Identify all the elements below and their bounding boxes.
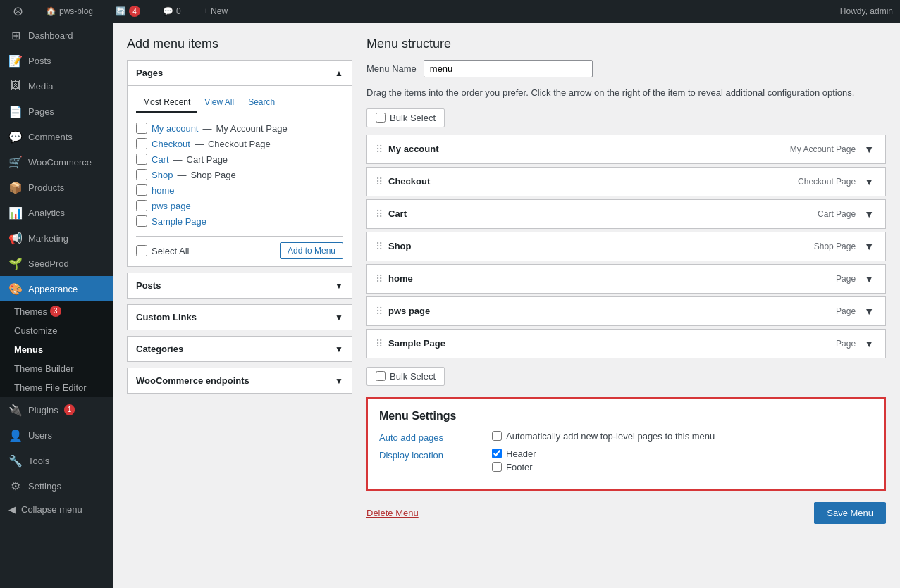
page-name-shop[interactable]: Shop xyxy=(152,170,173,180)
tab-most-recent[interactable]: Most Recent xyxy=(136,93,197,113)
add-to-menu-button[interactable]: Add to Menu xyxy=(280,242,343,259)
sidebar-item-analytics[interactable]: 📊 Analytics xyxy=(0,200,113,225)
page-name-pws[interactable]: pws page xyxy=(152,201,191,211)
custom-links-header[interactable]: Custom Links ▼ xyxy=(128,305,352,330)
page-name-checkout[interactable]: Checkout xyxy=(152,139,190,149)
comments-item[interactable]: 💬 0 xyxy=(157,0,187,23)
page-checkbox-checkout[interactable] xyxy=(136,138,147,149)
select-all-label[interactable]: Select All xyxy=(136,245,189,256)
header-location-checkbox[interactable] xyxy=(492,449,502,458)
drag-handle-icon[interactable]: ⠿ xyxy=(376,144,383,155)
themes-label: Themes xyxy=(14,306,47,317)
drag-handle-icon[interactable]: ⠿ xyxy=(376,338,383,349)
sidebar-item-tools[interactable]: 🔧 Tools xyxy=(0,448,113,473)
categories-header[interactable]: Categories ▼ xyxy=(128,337,352,361)
custom-links-chevron-icon: ▼ xyxy=(335,313,343,323)
page-name-home[interactable]: home xyxy=(152,185,175,196)
sidebar-item-plugins[interactable]: 🔌 Plugins 1 xyxy=(0,397,113,423)
page-checkbox-shop[interactable] xyxy=(136,169,147,180)
drag-handle-icon[interactable]: ⠿ xyxy=(376,273,383,284)
menu-items-list: ⠿ My account My Account Page ▼ ⠿ Checkou… xyxy=(366,135,886,358)
menu-item-type-sample: Page xyxy=(836,339,856,349)
page-name-sample[interactable]: Sample Page xyxy=(152,216,206,227)
drag-handle-icon[interactable]: ⠿ xyxy=(376,306,383,317)
menu-item-name-checkout: Checkout xyxy=(388,176,430,187)
sidebar-item-pages[interactable]: 📄 Pages xyxy=(0,99,113,124)
tab-view-all[interactable]: View All xyxy=(197,93,241,113)
updates-item[interactable]: 🔄 4 xyxy=(110,0,146,23)
auto-add-checkbox[interactable] xyxy=(492,431,502,441)
posts-accordion-header[interactable]: Posts ▼ xyxy=(128,273,352,298)
wp-logo-item[interactable]: ⊛ xyxy=(7,0,29,23)
menu-item-type-myaccount: My Account Page xyxy=(790,144,856,154)
bulk-select-bottom-checkbox[interactable] xyxy=(376,371,386,381)
categories-accordion: Categories ▼ xyxy=(127,336,352,362)
bulk-select-top-button[interactable]: Bulk Select xyxy=(366,108,445,127)
menu-item-name-sample: Sample Page xyxy=(388,338,445,349)
auto-add-option[interactable]: Automatically add new top-level pages to… xyxy=(492,431,715,442)
bulk-select-bottom-button[interactable]: Bulk Select xyxy=(366,367,445,386)
drag-handle-icon[interactable]: ⠿ xyxy=(376,208,383,220)
location-header[interactable]: Header xyxy=(492,449,536,459)
sidebar-item-posts[interactable]: 📝 Posts xyxy=(0,48,113,73)
save-menu-button[interactable]: Save Menu xyxy=(814,502,886,524)
sidebar-item-users[interactable]: 👤 Users xyxy=(0,423,113,448)
submenu-menus[interactable]: Menus xyxy=(0,340,113,359)
submenu-customize[interactable]: Customize xyxy=(0,321,113,340)
delete-menu-button[interactable]: Delete Menu xyxy=(366,508,419,518)
tab-search[interactable]: Search xyxy=(241,93,282,113)
sidebar-item-comments[interactable]: 💬 Comments xyxy=(0,124,113,149)
sidebar-label-posts: Posts xyxy=(28,56,51,66)
drag-handle-icon[interactable]: ⠿ xyxy=(376,176,383,187)
woo-icon: 🛒 xyxy=(8,155,23,169)
select-all-checkbox[interactable] xyxy=(136,245,147,256)
menu-item-expand-cart[interactable]: ▼ xyxy=(861,207,877,221)
new-item[interactable]: + New xyxy=(198,0,233,23)
sidebar-item-media[interactable]: 🖼 Media xyxy=(0,73,113,99)
menu-item-expand-pws[interactable]: ▼ xyxy=(861,304,877,318)
menu-item-shop: ⠿ Shop Shop Page ▼ xyxy=(366,232,886,261)
settings-icon: ⚙ xyxy=(8,479,23,493)
menu-item-expand-myaccount[interactable]: ▼ xyxy=(861,142,877,156)
sidebar-item-settings[interactable]: ⚙ Settings xyxy=(0,473,113,499)
sidebar-item-woocommerce[interactable]: 🛒 WooCommerce xyxy=(0,149,113,175)
auto-add-option-label: Automatically add new top-level pages to… xyxy=(506,431,715,442)
site-name-item[interactable]: 🏠 pws-blog xyxy=(40,0,99,23)
menu-item-expand-sample[interactable]: ▼ xyxy=(861,337,877,351)
submenu-themes[interactable]: Themes 3 xyxy=(0,301,113,321)
woo-endpoints-header[interactable]: WooCommerce endpoints ▼ xyxy=(128,368,352,393)
sidebar-item-dashboard[interactable]: ⊞ Dashboard xyxy=(0,23,113,48)
bulk-select-top-checkbox[interactable] xyxy=(376,113,386,123)
menu-item-checkout: ⠿ Checkout Checkout Page ▼ xyxy=(366,167,886,196)
page-name-cart[interactable]: Cart xyxy=(152,154,169,165)
menu-item-expand-home[interactable]: ▼ xyxy=(861,272,877,286)
bulk-select-bottom: Bulk Select xyxy=(366,367,886,386)
main-content: Add menu items Pages ▲ Most Recent View … xyxy=(113,23,900,588)
menu-item-expand-shop[interactable]: ▼ xyxy=(861,239,877,254)
location-footer[interactable]: Footer xyxy=(492,462,536,473)
page-checkbox-pws[interactable] xyxy=(136,200,147,211)
page-checkbox-myaccount[interactable] xyxy=(136,123,147,134)
site-name: pws-blog xyxy=(59,6,93,16)
collapse-menu[interactable]: ◀ Collapse menu xyxy=(0,499,113,520)
menu-name-input[interactable] xyxy=(424,60,593,77)
sidebar-submenu-appearance: Themes 3 Customize Menus Theme Builder T… xyxy=(0,301,113,397)
menu-item-type-checkout: Checkout Page xyxy=(798,177,856,187)
sidebar-item-products[interactable]: 📦 Products xyxy=(0,175,113,200)
page-checkbox-cart[interactable] xyxy=(136,154,147,165)
themes-badge: 3 xyxy=(50,306,61,317)
submenu-theme-builder[interactable]: Theme Builder xyxy=(0,359,113,378)
sidebar-label-appearance: Appearance xyxy=(28,284,78,294)
submenu-theme-file-editor[interactable]: Theme File Editor xyxy=(0,378,113,397)
drag-handle-icon[interactable]: ⠿ xyxy=(376,241,383,252)
sidebar-item-marketing[interactable]: 📢 Marketing xyxy=(0,225,113,251)
pages-accordion-header[interactable]: Pages ▲ xyxy=(128,61,352,85)
menu-item-expand-checkout[interactable]: ▼ xyxy=(861,175,877,189)
page-checkbox-sample[interactable] xyxy=(136,215,147,227)
sidebar-item-seedprod[interactable]: 🌱 SeedProd xyxy=(0,251,113,276)
footer-location-checkbox[interactable] xyxy=(492,462,502,472)
sidebar-item-appearance[interactable]: 🎨 Appearance xyxy=(0,276,113,301)
page-name-myaccount[interactable]: My account xyxy=(152,123,198,134)
pages-icon: 📄 xyxy=(8,104,23,118)
page-checkbox-home[interactable] xyxy=(136,184,147,196)
